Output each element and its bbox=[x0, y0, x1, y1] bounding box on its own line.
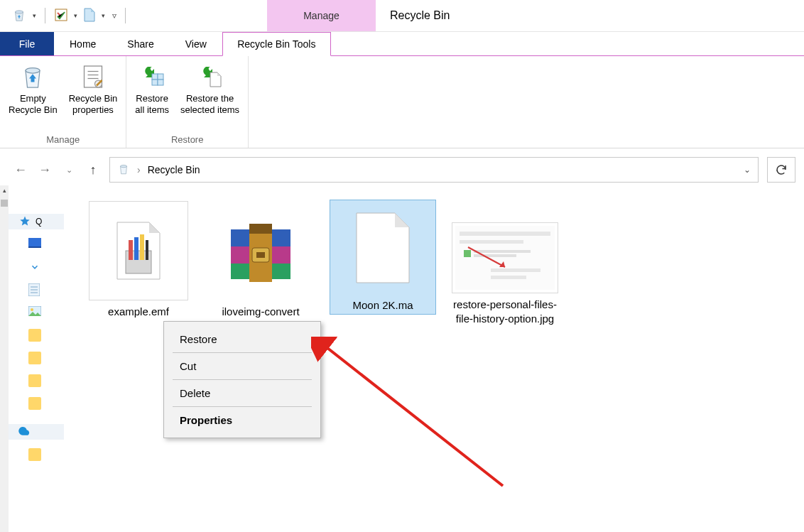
breadcrumb-separator-icon[interactable]: › bbox=[137, 164, 141, 175]
folder-icon bbox=[28, 397, 41, 410]
svg-rect-39 bbox=[474, 254, 516, 257]
restore-all-label: Restore all items bbox=[135, 93, 169, 116]
svg-rect-43 bbox=[491, 276, 526, 279]
restore-selected-button[interactable]: Restore the selected items bbox=[175, 60, 245, 118]
svg-rect-10 bbox=[152, 80, 158, 85]
blank-file-icon bbox=[347, 202, 418, 294]
folder-icon bbox=[28, 352, 41, 364]
nav-folder-4[interactable] bbox=[9, 396, 64, 411]
breadcrumb-location[interactable]: Recycle Bin bbox=[148, 164, 200, 175]
image-thumbnail-icon bbox=[452, 222, 558, 293]
scroll-thumb[interactable] bbox=[1, 200, 8, 207]
svg-rect-35 bbox=[460, 232, 550, 236]
svg-rect-33 bbox=[256, 252, 265, 258]
restore-all-button[interactable]: Restore all items bbox=[129, 60, 175, 118]
recycle-bin-properties-button[interactable]: Recycle Bin properties bbox=[63, 60, 124, 118]
svg-rect-31 bbox=[249, 224, 272, 234]
svg-rect-14 bbox=[28, 246, 41, 248]
star-icon bbox=[18, 215, 31, 228]
nav-scrollbar[interactable]: ▴ bbox=[0, 185, 9, 532]
ribbon-group-manage-label: Manage bbox=[0, 134, 126, 148]
qat-separator bbox=[45, 8, 45, 23]
file-item[interactable]: iloveimg-convert bbox=[207, 200, 314, 320]
address-bar[interactable]: › Recycle Bin ⌄ bbox=[109, 157, 759, 183]
svg-rect-9 bbox=[158, 74, 163, 80]
qat-dropdown2-icon[interactable]: ▾ bbox=[74, 12, 77, 19]
refresh-button[interactable] bbox=[767, 157, 795, 183]
context-menu: Restore Cut Delete Properties bbox=[163, 321, 321, 438]
svg-point-20 bbox=[31, 308, 33, 311]
file-list: example.emf iloveimg-convert bbox=[85, 200, 804, 328]
svg-point-12 bbox=[121, 165, 127, 167]
qat-dropdown-icon[interactable]: ▾ bbox=[33, 12, 36, 19]
explorer-body: ▴ Q example.emf bbox=[0, 185, 804, 532]
properties-sheet-icon bbox=[78, 62, 108, 92]
tab-view[interactable]: View bbox=[170, 32, 222, 55]
qat-dropdown3-icon[interactable]: ▾ bbox=[102, 12, 105, 19]
navigation-bar: ← → ⌄ ↑ › Recycle Bin ⌄ bbox=[0, 154, 804, 185]
address-dropdown-icon[interactable]: ⌄ bbox=[744, 165, 751, 175]
nav-folder-5[interactable] bbox=[9, 447, 64, 462]
svg-rect-37 bbox=[464, 250, 471, 257]
restore-all-icon bbox=[137, 62, 167, 92]
nav-folder-3[interactable] bbox=[9, 373, 64, 389]
tab-file[interactable]: File bbox=[0, 32, 54, 55]
ribbon-group-restore-label: Restore bbox=[126, 134, 248, 148]
svg-rect-23 bbox=[134, 237, 138, 260]
file-name: example.emf bbox=[108, 305, 169, 319]
tab-share[interactable]: Share bbox=[112, 32, 169, 55]
recent-locations-button[interactable]: ⌄ bbox=[61, 162, 77, 178]
recycle-bin-icon bbox=[11, 7, 27, 25]
title-bar: ▾ ▾ ▾ ▿ Manage Recycle Bin bbox=[0, 0, 804, 32]
ctx-delete[interactable]: Delete bbox=[164, 380, 320, 406]
pictures-icon bbox=[28, 306, 41, 319]
ribbon-group-manage: Empty Recycle Bin Recycle Bin properties… bbox=[0, 56, 126, 148]
svg-rect-13 bbox=[28, 238, 41, 246]
restore-selected-icon bbox=[195, 62, 225, 92]
qat-overflow-icon[interactable]: ▿ bbox=[112, 11, 116, 21]
recycle-bin-empty-icon bbox=[18, 62, 48, 92]
contextual-tab-manage[interactable]: Manage bbox=[267, 0, 376, 31]
ribbon: Empty Recycle Bin Recycle Bin properties… bbox=[0, 56, 804, 148]
up-button[interactable]: ↑ bbox=[85, 162, 101, 178]
nav-folder-1[interactable] bbox=[9, 327, 64, 343]
file-item[interactable]: example.emf bbox=[85, 200, 192, 320]
nav-folder-2[interactable] bbox=[9, 350, 64, 366]
tab-recycle-bin-tools[interactable]: Recycle Bin Tools bbox=[222, 32, 331, 56]
svg-point-2 bbox=[26, 68, 40, 74]
back-button[interactable]: ← bbox=[13, 162, 28, 178]
cloud-icon bbox=[18, 425, 31, 438]
nav-desktop[interactable] bbox=[9, 237, 64, 252]
nav-quick-access[interactable]: Q bbox=[9, 214, 64, 229]
scroll-up-icon[interactable]: ▴ bbox=[0, 187, 9, 194]
address-recycle-bin-icon bbox=[117, 163, 130, 178]
blank-doc-icon[interactable] bbox=[83, 8, 96, 24]
nav-onedrive[interactable] bbox=[9, 424, 64, 440]
empty-recycle-bin-label: Empty Recycle Bin bbox=[9, 93, 58, 116]
nav-downloads[interactable] bbox=[9, 259, 64, 275]
svg-rect-24 bbox=[140, 234, 144, 260]
properties-icon[interactable] bbox=[54, 8, 68, 24]
file-item-selected[interactable]: Moon 2K.ma bbox=[330, 200, 436, 315]
ribbon-tabs: File Home Share View Recycle Bin Tools bbox=[0, 32, 804, 56]
svg-rect-38 bbox=[474, 250, 531, 253]
navigation-pane: Q bbox=[9, 185, 64, 532]
emf-thumbnail-icon bbox=[89, 201, 188, 300]
file-item[interactable]: restore-personal-files-file-history-opti… bbox=[452, 200, 558, 328]
svg-rect-8 bbox=[152, 74, 158, 80]
svg-rect-42 bbox=[491, 268, 540, 272]
ctx-cut[interactable]: Cut bbox=[164, 353, 320, 379]
ribbon-group-restore: Restore all items Restore the selected i… bbox=[126, 56, 249, 148]
empty-recycle-bin-button[interactable]: Empty Recycle Bin bbox=[3, 60, 63, 118]
ctx-restore[interactable]: Restore bbox=[164, 326, 320, 352]
file-name: restore-personal-files-file-history-opti… bbox=[453, 298, 557, 327]
nav-documents[interactable] bbox=[9, 282, 64, 298]
forward-button[interactable]: → bbox=[37, 162, 53, 178]
window-title: Recycle Bin bbox=[376, 0, 450, 31]
nav-pictures[interactable] bbox=[9, 305, 64, 320]
tab-home[interactable]: Home bbox=[54, 32, 112, 55]
file-name: Moon 2K.ma bbox=[352, 298, 413, 313]
svg-rect-25 bbox=[146, 240, 148, 260]
desktop-icon bbox=[28, 238, 41, 251]
ctx-properties[interactable]: Properties bbox=[164, 407, 320, 433]
